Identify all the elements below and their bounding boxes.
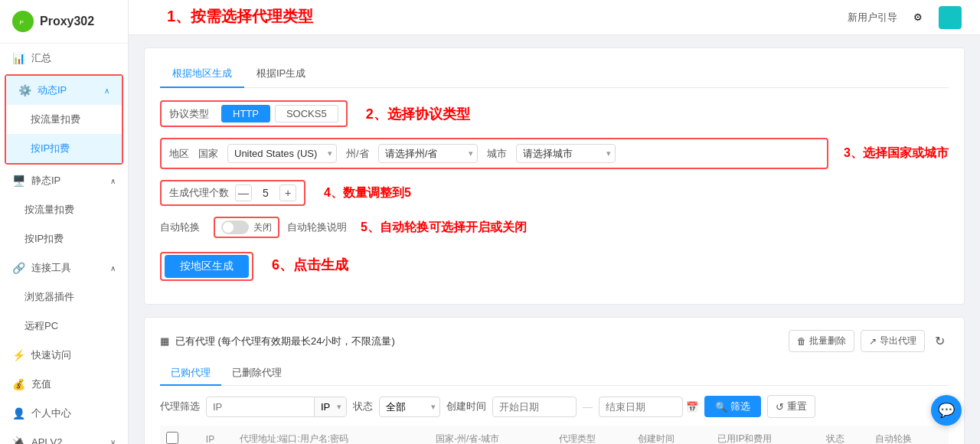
refresh-btn[interactable]: ↻: [931, 330, 949, 352]
tab-by-region[interactable]: 根据地区生成: [160, 60, 244, 88]
count-label: 生成代理个数: [169, 186, 229, 200]
status-label: 状态: [353, 400, 373, 413]
end-date-input[interactable]: [599, 397, 683, 417]
region-label: 地区: [169, 147, 189, 161]
section-header: ▦ 已有代理 (每个代理有效期最长24小时，不限流量) 🗑 批量删除 ↗ 导出代…: [160, 330, 949, 352]
table-icon: ▦: [160, 335, 169, 347]
settings-icon[interactable]: ⚙: [910, 9, 926, 26]
personal-icon: 👤: [12, 407, 25, 420]
static-ip-icon: 🖥️: [12, 175, 25, 187]
new-user-guide-link[interactable]: 新用户引导: [848, 11, 897, 24]
province-select[interactable]: 请选择州/省: [378, 144, 478, 163]
batch-delete-btn[interactable]: 🗑 批量删除: [789, 330, 854, 352]
country-select[interactable]: United States (US): [227, 144, 337, 163]
sidebar-item-static-ip-fee[interactable]: 按IP扣费: [0, 224, 128, 253]
main-container: 1、按需选择代理类型 新用户引导 ⚙ 根据地区生成 根据IP生成 协议类型 HT…: [129, 0, 980, 444]
chevron-up-icon: ∧: [104, 87, 109, 95]
sidebar-item-api[interactable]: 🔌 API V2 ∨: [0, 428, 128, 444]
section-title: ▦ 已有代理 (每个代理有效期最长24小时，不限流量): [160, 335, 395, 348]
logo-text: Proxy302: [40, 15, 94, 28]
reset-btn[interactable]: ↺ 重置: [767, 395, 815, 418]
sidebar-item-browser-plugin[interactable]: 浏览器插件: [0, 282, 128, 312]
annotation-step3: 3、选择国家或城市: [844, 145, 949, 162]
protocol-row: 协议类型 HTTP SOCKS5 2、选择协议类型: [160, 100, 949, 127]
table-header-row: IP 代理地址:端口:用户名:密码 国家-州/省-城市 代理类型 创建时间 已用…: [160, 426, 949, 444]
dynamic-ip-section: ⚙️ 动态IP ∧ 按流量扣费 按IP扣费: [5, 74, 123, 165]
chat-icon: 💬: [938, 402, 955, 419]
count-value: 5: [258, 187, 273, 199]
ip-input[interactable]: [207, 397, 314, 416]
count-plus-btn[interactable]: +: [279, 184, 296, 201]
generation-tabs: 根据地区生成 根据IP生成: [160, 60, 949, 88]
th-proxy-type: 代理类型: [553, 426, 632, 444]
sidebar-item-by-traffic[interactable]: 按流量扣费: [6, 105, 122, 134]
count-minus-btn[interactable]: —: [235, 184, 252, 201]
city-select-wrapper: 请选择城市: [516, 144, 616, 163]
province-select-wrapper: 请选择州/省: [378, 144, 478, 163]
city-label: 城市: [487, 147, 507, 161]
export-btn[interactable]: ↗ 导出代理: [861, 330, 925, 352]
http-btn[interactable]: HTTP: [221, 105, 270, 122]
annotation-step4: 4、数量调整到5: [324, 185, 411, 201]
reset-icon: ↺: [776, 401, 784, 413]
ip-input-group: IP: [206, 397, 347, 417]
count-box: 生成代理个数 — 5 +: [160, 180, 305, 206]
sidebar-item-summary[interactable]: 📊 汇总: [0, 44, 128, 73]
logo: P Proxy302: [0, 0, 128, 44]
sidebar-item-static-traffic[interactable]: 按流量扣费: [0, 195, 128, 224]
proxy-sub-tabs: 已购代理 已删除代理: [160, 361, 949, 386]
annotation-step5: 5、自动轮换可选择开启或关闭: [361, 220, 527, 236]
status-select[interactable]: 全部 正常 过期: [379, 397, 440, 417]
location-row: 地区 国家 United States (US) 州/省 请选择州/省 城市: [160, 138, 949, 169]
th-proxy-address: 代理地址:端口:用户名:密码: [234, 426, 430, 444]
content-area: 根据地区生成 根据IP生成 协议类型 HTTP SOCKS5 2、选择协议类型 …: [129, 35, 980, 444]
filter-search-btn[interactable]: 🔍 筛选: [704, 396, 761, 417]
location-box: 地区 国家 United States (US) 州/省 请选择州/省 城市: [160, 138, 828, 169]
sidebar-item-personal[interactable]: 👤 个人中心: [0, 399, 128, 428]
chat-button[interactable]: 💬: [931, 395, 962, 426]
sidebar-item-recharge[interactable]: 💰 充值: [0, 370, 128, 399]
tab-by-ip[interactable]: 根据IP生成: [244, 60, 318, 88]
api-icon: 🔌: [12, 436, 25, 444]
sidebar: P Proxy302 📊 汇总 ⚙️ 动态IP ∧ 按流量扣费 按IP扣费 🖥️…: [0, 0, 129, 444]
dynamic-ip-icon: ⚙️: [18, 84, 31, 96]
date-separator: —: [583, 401, 593, 413]
city-select[interactable]: 请选择城市: [516, 144, 616, 163]
quick-access-icon: ⚡: [12, 349, 25, 361]
annotation-step1: 1、按需选择代理类型: [167, 6, 313, 27]
proxies-card: ▦ 已有代理 (每个代理有效期最长24小时，不限流量) 🗑 批量删除 ↗ 导出代…: [144, 317, 965, 444]
connect-icon: 🔗: [12, 262, 25, 274]
sidebar-item-by-ip[interactable]: 按IP扣费: [6, 134, 122, 163]
th-location: 国家-州/省-城市: [430, 426, 553, 444]
ip-type-select[interactable]: IP: [315, 397, 346, 416]
socks5-btn[interactable]: SOCKS5: [275, 105, 338, 122]
select-all-checkbox[interactable]: [166, 432, 178, 444]
sub-tab-deleted[interactable]: 已删除代理: [221, 361, 292, 386]
sidebar-item-static-ip[interactable]: 🖥️ 静态IP ∧: [0, 166, 128, 195]
country-select-wrapper: United States (US): [227, 144, 337, 163]
province-label: 州/省: [346, 147, 369, 161]
start-date-input[interactable]: [492, 397, 577, 417]
sidebar-item-remote-pc[interactable]: 远程PC: [0, 312, 128, 341]
toggle-state: 关闭: [253, 221, 272, 234]
sub-tab-purchased[interactable]: 已购代理: [160, 361, 221, 386]
country-label: 国家: [198, 147, 218, 161]
generate-btn-box: 按地区生成: [160, 252, 253, 281]
generate-btn[interactable]: 按地区生成: [165, 255, 249, 278]
proxy-filter-label: 代理筛选: [160, 400, 200, 413]
protocol-label: 协议类型: [169, 107, 209, 121]
auto-rotate-explain[interactable]: 自动轮换说明: [287, 220, 347, 234]
generation-card: 根据地区生成 根据IP生成 协议类型 HTTP SOCKS5 2、选择协议类型 …: [144, 47, 965, 305]
count-row: 生成代理个数 — 5 + 4、数量调整到5: [160, 180, 949, 206]
annotation-step2: 2、选择协议类型: [366, 105, 470, 123]
sidebar-item-connect-tools[interactable]: 🔗 连接工具 ∧: [0, 253, 128, 282]
toggle-switch[interactable]: [221, 220, 249, 234]
status-select-wrapper: 全部 正常 过期: [379, 397, 440, 417]
recharge-icon: 💰: [12, 378, 25, 390]
avatar[interactable]: [939, 6, 962, 29]
sidebar-item-dynamic-ip[interactable]: ⚙️ 动态IP ∧: [6, 76, 122, 105]
th-used-ip: 已用IP和费用: [711, 426, 819, 444]
filter-row: 代理筛选 IP 状态 全部 正常 过期: [160, 395, 949, 418]
sidebar-item-quick-access[interactable]: ⚡ 快速访问: [0, 341, 128, 370]
top-bar: 1、按需选择代理类型 新用户引导 ⚙: [129, 0, 980, 35]
